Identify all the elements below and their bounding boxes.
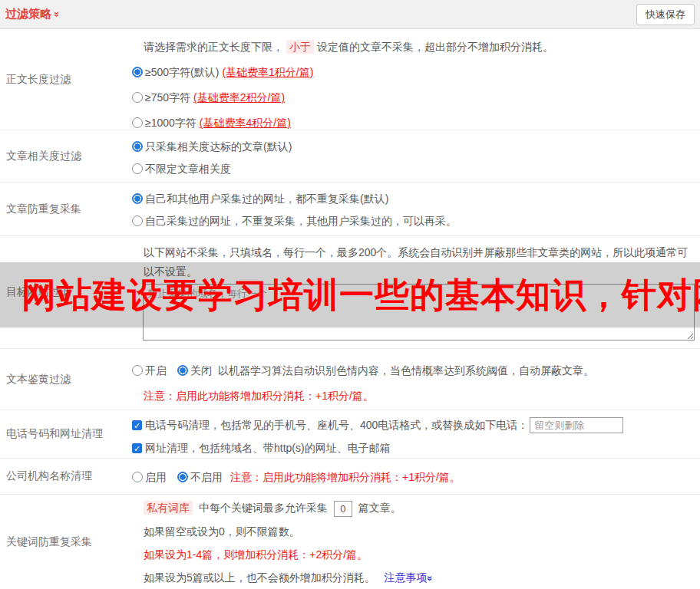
private-lexicon-badge: 私有词库 — [144, 501, 193, 515]
row-porn-filter: 文本鉴黄过滤 开启 关闭 以机器学习算法自动识别色情内容，当色情概率达到系统阈值… — [0, 349, 700, 410]
row-label: 文章相关度过滤 — [0, 130, 132, 182]
row-relevance-filter: 文章相关度过滤 只采集相关度达标的文章(默认) 不限定文章相关度 — [0, 130, 700, 183]
radio-option-750[interactable]: ≥750字符 (基础费率2积分/篇) — [132, 89, 694, 106]
row-label: 正文长度过滤 — [0, 29, 132, 130]
row-label: 关键词防重复采集 — [0, 495, 132, 589]
checkbox-checked-icon[interactable]: ✓ — [132, 443, 142, 453]
porn-filter-note: 注意：启用此功能将增加积分消耗：+1积分/篇。 — [144, 387, 694, 404]
radio-option-relevance-default[interactable]: 只采集相关度达标的文章(默认) — [132, 138, 694, 155]
row-label: 文章防重复采集 — [0, 183, 132, 235]
company-cleanup-note: 注意：启用此功能将增加积分消耗：+1积分/篇。 — [230, 469, 461, 485]
porn-filter-on-label: 开启 — [145, 362, 167, 379]
target-site-desc: 以下网站不采集，只填域名，每行一个，最多200个。系统会自动识别并屏蔽那些非文章… — [144, 243, 695, 281]
notice-link[interactable]: 注意事项» — [385, 571, 433, 584]
row-label: 电话号码和网址清理 — [0, 410, 132, 458]
keyword-note-1-4: 如果设为1-4篇，则增加积分消耗：+2积分/篇。 — [144, 546, 694, 563]
row-dedup-collection: 文章防重复采集 自己和其他用户采集过的网址，都不重复采集(默认) 自己采集过的网… — [0, 183, 700, 236]
fee-note: (基础费率2积分/篇) — [193, 89, 285, 106]
quick-save-button[interactable]: 快速保存 — [636, 4, 695, 25]
row-label: 文本鉴黄过滤 — [0, 349, 132, 410]
radio-checked-icon[interactable] — [177, 365, 188, 376]
company-cleanup-off-label: 不启用 — [190, 469, 223, 485]
page-title: 过滤策略 — [5, 7, 51, 21]
double-chevron-down-icon: » — [421, 575, 438, 581]
max-articles-input[interactable] — [334, 501, 352, 517]
row-company-name-cleanup: 公司机构名称清理 启用 不启用 注意：启用此功能将增加积分消耗：+1积分/篇。 — [0, 459, 700, 495]
radio-unchecked-icon[interactable] — [132, 216, 143, 226]
row-keyword-dedup: 关键词防重复采集 私有词库 中每个关键词最多允许采集 篇文章。 如果留空或设为0… — [0, 495, 700, 589]
company-cleanup-on-label: 启用 — [145, 469, 167, 485]
row-label: 目标网站过滤 — [0, 236, 132, 348]
checkbox-checked-icon[interactable]: ✓ — [132, 420, 142, 430]
blocked-domains-textarea[interactable] — [143, 284, 695, 341]
header-bar: 过滤策略 » 快速保存 — [0, 0, 700, 29]
phone-cleanup-label: 电话号码清理，包括常见的手机号、座机号、400电话格式，或替换成如下电话： — [145, 416, 528, 433]
porn-filter-off-label: 关闭 — [190, 362, 212, 379]
radio-checked-icon[interactable] — [132, 67, 143, 77]
porn-filter-desc: 以机器学习算法自动识别色情内容，当色情概率达到系统阈值，自动屏蔽文章。 — [218, 362, 594, 379]
keyword-note-empty: 如果留空或设为0，则不限篇数。 — [144, 523, 694, 540]
less-than-badge: 小于 — [286, 40, 314, 54]
radio-option-relevance-any[interactable]: 不限定文章相关度 — [132, 160, 694, 177]
radio-unchecked-icon[interactable] — [132, 163, 143, 174]
radio-checked-icon[interactable] — [132, 193, 143, 204]
url-cleanup-label: 网址清理，包括纯域名、带http(s)的网址、电子邮箱 — [145, 439, 391, 456]
radio-option-dedup-all[interactable]: 自己和其他用户采集过的网址，都不重复采集(默认) — [132, 190, 694, 207]
radio-option-dedup-own[interactable]: 自己采集过的网址，不重复采集，其他用户采集过的，可以再采。 — [132, 212, 694, 229]
radio-option-1000[interactable]: ≥1000字符 (基础费率4积分/篇) — [132, 114, 694, 131]
filter-strategy-page: 过滤策略 » 快速保存 正文长度过滤 请选择需求的正文长度下限，小于设定值的文章… — [0, 0, 700, 589]
radio-checked-icon[interactable] — [177, 472, 188, 482]
double-chevron-down-icon: » — [51, 12, 63, 17]
radio-unchecked-icon[interactable] — [132, 117, 143, 128]
radio-option-500[interactable]: ≥500字符(默认) (基础费率1积分/篇) — [132, 64, 694, 81]
fee-note: (基础费率4积分/篇) — [200, 114, 291, 131]
radio-checked-icon[interactable] — [132, 141, 143, 152]
radio-unchecked-icon[interactable] — [132, 365, 143, 376]
body-length-intro: 请选择需求的正文长度下限，小于设定值的文章不采集，超出部分不增加积分消耗。 — [144, 38, 694, 55]
keyword-note-5plus: 如果设为5篇或以上，也不会额外增加积分消耗。 — [144, 571, 375, 584]
section-title-toggle[interactable]: 过滤策略 » — [5, 7, 60, 21]
row-phone-url-cleanup: 电话号码和网址清理 ✓ 电话号码清理，包括常见的手机号、座机号、400电话格式，… — [0, 410, 700, 459]
row-body-length-filter: 正文长度过滤 请选择需求的正文长度下限，小于设定值的文章不采集，超出部分不增加积… — [0, 29, 700, 130]
row-label: 公司机构名称清理 — [0, 459, 132, 494]
radio-unchecked-icon[interactable] — [132, 92, 143, 103]
row-target-site-filter: 目标网站过滤 以下网站不采集，只填域名，每行一个，最多200个。系统会自动识别并… — [0, 236, 700, 349]
replacement-phone-input[interactable] — [530, 417, 623, 433]
fee-note: (基础费率1积分/篇) — [222, 64, 313, 81]
radio-unchecked-icon[interactable] — [132, 472, 143, 482]
